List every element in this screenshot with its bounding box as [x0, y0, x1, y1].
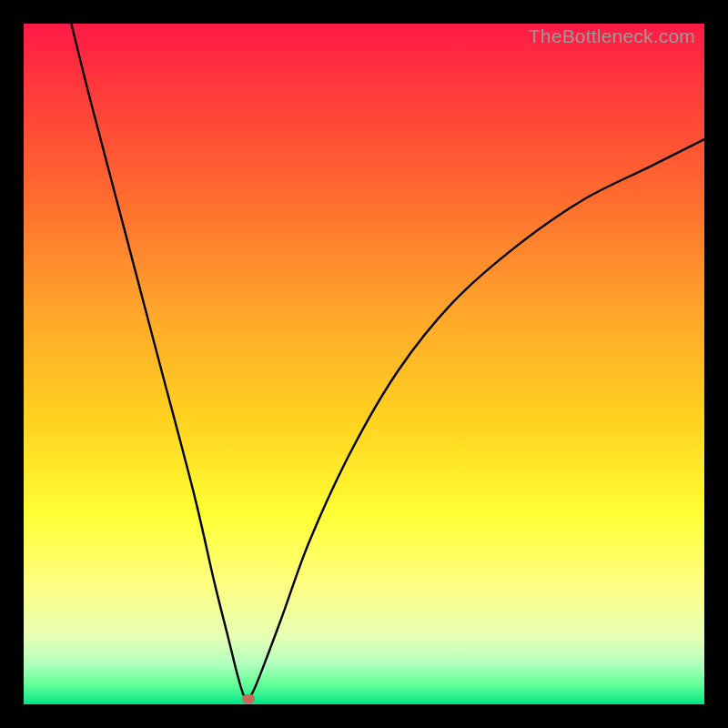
- bottleneck-curve: [24, 24, 704, 704]
- plot-area: TheBottleneck.com: [24, 24, 704, 704]
- optimal-point-marker: [242, 694, 255, 703]
- chart-frame: TheBottleneck.com: [0, 0, 728, 728]
